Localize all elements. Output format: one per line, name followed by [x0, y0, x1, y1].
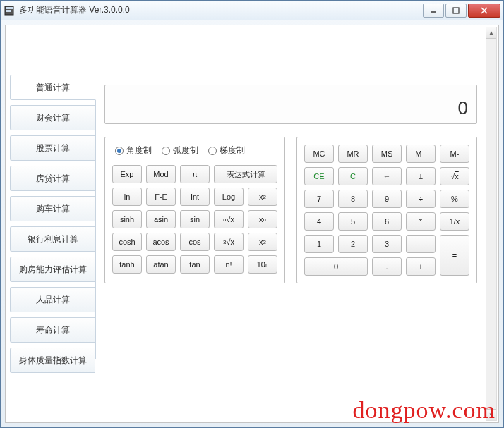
num-btn-MS[interactable]: MS: [372, 145, 402, 163]
angle-mode-0[interactable]: 角度制: [115, 145, 152, 157]
tab-9[interactable]: 身体质量指数计算: [10, 348, 95, 373]
tab-1[interactable]: 财会计算: [10, 105, 95, 130]
num-btn-.[interactable]: .: [372, 257, 402, 276]
angle-mode-1[interactable]: 弧度制: [162, 145, 198, 157]
sci-btn-表达式计算[interactable]: 表达式计算: [214, 165, 277, 183]
app-window: 多功能语音计算器 Ver.3.0.0.0 普通计算财会计算股票计算房贷计算购车计…: [0, 0, 504, 428]
tab-3[interactable]: 房贷计算: [10, 166, 95, 191]
scroll-up-icon[interactable]: ▲: [486, 27, 496, 39]
tab-2[interactable]: 股票计算: [10, 135, 95, 161]
calculator-panel: 0 角度制弧度制梯度制 ExpModπ表达式计算lnF-EIntLogx2sin…: [95, 75, 486, 359]
num-btn-1[interactable]: 1: [304, 235, 334, 253]
maximize-button[interactable]: [445, 4, 467, 18]
client-area: 普通计算财会计算股票计算房贷计算购车计算银行利息计算购房能力评估计算人品计算寿命…: [1, 20, 503, 427]
num-btn-=[interactable]: =: [440, 235, 469, 276]
radio-icon: [208, 147, 217, 155]
num-btn-%[interactable]: %: [440, 190, 469, 208]
titlebar: 多功能语音计算器 Ver.3.0.0.0: [1, 1, 503, 20]
tab-7[interactable]: 人品计算: [10, 287, 95, 312]
close-button[interactable]: [468, 4, 500, 18]
sci-btn-xⁿ[interactable]: xn: [248, 210, 277, 228]
side-tabs: 普通计算财会计算股票计算房贷计算购车计算银行利息计算购房能力评估计算人品计算寿命…: [6, 25, 95, 422]
numeric-grid: MCMRMSM+M-CEC←±√x789÷%456*1/x123-=0.+: [304, 145, 469, 276]
num-btn-M-[interactable]: M-: [440, 145, 469, 163]
sci-btn-³√x[interactable]: 3√x: [214, 233, 244, 251]
num-btn-+[interactable]: +: [406, 257, 436, 276]
num-btn-4[interactable]: 4: [304, 212, 334, 231]
scientific-grid: ExpModπ表达式计算lnF-EIntLogx2sinhasinsinn√xx…: [112, 165, 277, 274]
sci-btn-Log[interactable]: Log: [214, 188, 244, 206]
num-btn-2[interactable]: 2: [338, 235, 368, 253]
num-btn-6[interactable]: 6: [372, 212, 402, 231]
sci-btn-ln[interactable]: ln: [112, 188, 142, 206]
sci-btn-x³[interactable]: x3: [248, 233, 277, 251]
num-btn-1/x[interactable]: 1/x: [440, 212, 469, 231]
sci-btn-acos[interactable]: acos: [146, 233, 176, 251]
scroll-down-icon[interactable]: ▼: [486, 409, 496, 420]
angle-mode-2[interactable]: 梯度制: [208, 145, 245, 157]
num-btn-9[interactable]: 9: [372, 190, 402, 208]
sci-btn-sin[interactable]: sin: [180, 210, 210, 228]
sci-btn-tanh[interactable]: tanh: [112, 255, 142, 274]
svg-rect-1: [6, 7, 13, 9]
minimize-button[interactable]: [423, 4, 444, 18]
sci-btn-atan[interactable]: atan: [146, 255, 176, 274]
sci-btn-Mod[interactable]: Mod: [146, 165, 176, 183]
sci-btn-x²[interactable]: x2: [248, 188, 277, 206]
num-btn-7[interactable]: 7: [304, 190, 334, 208]
num-btn-±[interactable]: ±: [406, 167, 436, 185]
svg-rect-3: [8, 10, 11, 12]
num-btn-C[interactable]: C: [338, 167, 368, 185]
num-btn-←[interactable]: ←: [372, 167, 402, 185]
scientific-panel: 角度制弧度制梯度制 ExpModπ表达式计算lnF-EIntLogx2sinha…: [104, 137, 285, 283]
svg-rect-2: [6, 10, 8, 12]
tab-8[interactable]: 寿命计算: [10, 317, 95, 343]
num-btn-0[interactable]: 0: [304, 257, 368, 276]
sci-btn-10ⁿ[interactable]: 10n: [248, 255, 277, 274]
num-btn-÷[interactable]: ÷: [406, 190, 436, 208]
sci-btn-sinh[interactable]: sinh: [112, 210, 142, 228]
angle-mode-row: 角度制弧度制梯度制: [112, 145, 277, 157]
tab-5[interactable]: 银行利息计算: [10, 226, 95, 252]
num-btn-3[interactable]: 3: [372, 235, 402, 253]
num-btn-CE[interactable]: CE: [304, 167, 334, 185]
svg-rect-5: [453, 8, 459, 13]
tab-4[interactable]: 购车计算: [10, 196, 95, 221]
num-btn-MR[interactable]: MR: [338, 145, 368, 163]
radio-label: 角度制: [126, 145, 152, 157]
sci-btn-n![interactable]: n!: [214, 255, 244, 274]
sci-btn-Int[interactable]: Int: [180, 188, 210, 206]
num-btn-√x[interactable]: √x: [440, 167, 469, 185]
tab-6[interactable]: 购房能力评估计算: [10, 257, 95, 282]
sci-btn-ⁿ√x[interactable]: n√x: [214, 210, 244, 228]
sci-btn-cosh[interactable]: cosh: [112, 233, 142, 251]
sci-btn-Exp[interactable]: Exp: [112, 165, 142, 183]
radio-icon: [162, 147, 170, 155]
calc-display: 0: [104, 85, 477, 124]
window-title: 多功能语音计算器 Ver.3.0.0.0: [19, 4, 421, 16]
sci-btn-tan[interactable]: tan: [180, 255, 210, 274]
num-btn--[interactable]: -: [406, 235, 436, 253]
num-btn-8[interactable]: 8: [338, 190, 368, 208]
radio-label: 弧度制: [173, 145, 198, 157]
num-btn-*[interactable]: *: [406, 212, 436, 231]
radio-label: 梯度制: [220, 145, 245, 157]
sci-btn-π[interactable]: π: [180, 165, 210, 183]
numeric-panel: MCMRMSM+M-CEC←±√x789÷%456*1/x123-=0.+: [296, 137, 477, 283]
num-btn-5[interactable]: 5: [338, 212, 368, 231]
vertical-scrollbar[interactable]: ▲ ▼: [486, 27, 497, 421]
inner-frame: 普通计算财会计算股票计算房贷计算购车计算银行利息计算购房能力评估计算人品计算寿命…: [5, 25, 499, 423]
tab-0[interactable]: 普通计算: [10, 75, 96, 100]
radio-icon: [115, 147, 124, 155]
num-btn-M+[interactable]: M+: [406, 145, 436, 163]
sci-btn-asin[interactable]: asin: [146, 210, 176, 228]
sci-btn-cos[interactable]: cos: [180, 233, 210, 251]
num-btn-MC[interactable]: MC: [304, 145, 334, 163]
sci-btn-F-E[interactable]: F-E: [146, 188, 176, 206]
app-icon: [4, 5, 15, 16]
